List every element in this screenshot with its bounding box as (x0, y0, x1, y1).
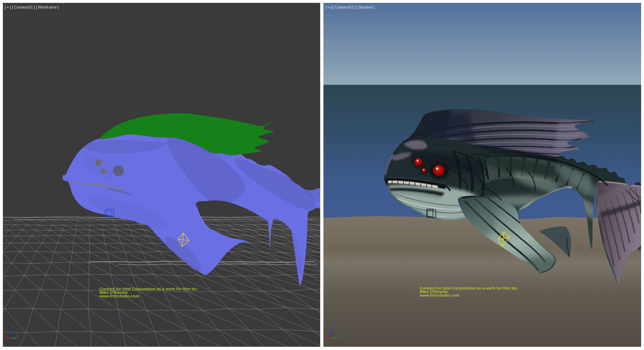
svg-text:z: z (333, 325, 335, 329)
svg-text:x: x (325, 333, 327, 337)
svg-text:x: x (4, 333, 6, 337)
svg-text:[ + ] [ Camera01 ] [ Wireframe: [ + ] [ Camera01 ] [ Wireframe ] (5, 5, 59, 9)
svg-text:y: y (337, 333, 340, 337)
svg-text:www.fritzstudio.com: www.fritzstudio.com (419, 293, 459, 297)
svg-text:z: z (12, 325, 14, 330)
svg-text:www.fritzstudio.com: www.fritzstudio.com (99, 294, 139, 298)
svg-text:y: y (17, 333, 19, 337)
svg-text:[ + ] [ Camera01 ] [ Shaded ]: [ + ] [ Camera01 ] [ Shaded ] (325, 5, 375, 9)
